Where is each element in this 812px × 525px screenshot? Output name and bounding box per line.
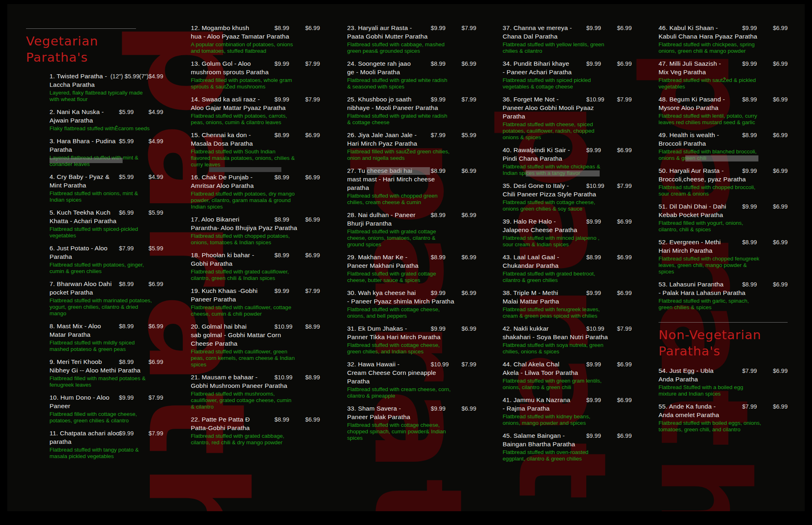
menu-item: 16. Chak De Punjab -Amritsar Aloo Parath… [191,173,320,210]
item-price-small: $7.99 [617,325,632,332]
menu-item: 41. Jammu Ka Nazrana- Rajma Paratha $9.9… [503,396,632,426]
item-name: 19. Kuch Khaas -GobhiPaneer Paratha [191,286,320,303]
menu-item: 22. Patte Pe Patta ÐPatta-Gobhi Paratha … [191,415,320,446]
item-name-line1: 42. Nakli kukkar [503,324,632,333]
item-name: 10. Hum Dono - AlooPaneer [50,393,163,410]
item-description: Flatbread stuffed with grated white radi… [347,77,451,90]
item-price-small: $6.99 [462,212,476,218]
item-name-line2: Mint Paratha [50,181,163,189]
item-description: A popular combination of potatoes, onion… [191,41,295,54]
item-name-line1: 12. Mogambo khush [191,24,320,32]
item-name-line1: 45. Salame Baingan - [503,431,632,440]
item-price-large: $9.99 [586,290,601,296]
item-name-line1: 40. Rawalpindi Ki Sair - [503,146,632,154]
menu-item: 47. Milli Juli Saazish -Mix Veg Paratha … [659,59,788,90]
item-name-line3: Paratha [347,377,476,385]
item-description: Flatbread filled with mashed potatoes & … [50,375,153,388]
item-name-line1: 35. Desi Gone to Italy - [503,181,632,190]
menu-item: 32. Hawa Hawaii -Cream Cheese Corn pinea… [347,360,476,399]
scan-artifact-bar [209,167,281,172]
item-price-large: $8.99 [119,359,134,365]
item-name-line1: 55. Ande Ka funda - [659,402,788,411]
item-price-large: $10.99 [431,361,449,368]
item-name-line2: Paneer Paratha [191,295,320,303]
item-name-line2: Parantha- Aloo Bhujiya Pyaz Paratha [191,224,320,232]
item-price-large: $9.99 [586,218,601,225]
item-description: Flatbread stuffed with grated cottage ch… [347,271,451,284]
item-price-small: $4.99 [149,138,163,144]
item-name: 31. Ek Dum Jhakas -Panner Tikka Hari Mir… [347,324,476,341]
veg-section-title-line1: Vegetarian [26,34,98,48]
menu-item: 51. Dil Dahi Dhai - DahiKebab Pocket Par… [659,202,788,233]
item-price-large: $8.99 [119,281,134,287]
item-description: Flatbread stuffed with chopped potatoes,… [191,233,295,246]
item-price-small: $7.99 [617,183,632,189]
item-price-small: $6.99 [617,361,632,368]
item-name: 43. Laal Laal Gaal -Chukandar Paratha [503,253,632,270]
item-name-line2: Kebab Pocket Paratha [659,211,788,219]
menu-item: 38. Triple M - MethiMalai Mattar Partha … [503,288,632,319]
item-description: Flatbread stuffed with cottage cheese, o… [503,199,607,212]
item-name-line2: Gobhi Paratha [191,259,320,268]
menu-item: 49. Health is wealth -Broccoli Paratha $… [659,131,788,161]
menu-item: 18. Phoolan ki bahar -Gobhi Paratha $8.9… [191,251,320,282]
item-description: Flatbread stuffed with chickpeas, spring… [659,41,762,54]
item-price-large: $8.99 [431,212,445,218]
item-name: 55. Ande Ka funda -Anda omelet Paratha [659,402,788,419]
item-price-small: $6.99 [617,290,632,296]
item-price-large: $9.99 [742,60,757,67]
menu-item: 2. Nani Ka Nuska -Ajwain Paratha $5.99 $… [50,108,163,132]
nonveg-section-title-line1: Non-Vegetarian [659,327,761,342]
item-name-line1: 46. Kabul Ki Shaan - [659,24,788,32]
item-name-line1: 19. Kuch Khaas -Gobhi [191,286,320,295]
item-name: 39. Halo Re Halo -Jalapeno Cheese Parath… [503,217,632,234]
item-name: 47. Milli Juli Saazish -Mix Veg Paratha [659,59,788,76]
item-description: Flatbread stuffed with grated beetroot, … [503,271,607,284]
item-name: 44. Chal Akela ChalAkela - Lilwa Toor Pa… [503,360,632,377]
menu-item: 27. Tu cheese badi haimast mast - Hari M… [347,166,476,206]
nonveg-section-title: Non-Vegetarian Paratha's [659,327,788,359]
menu-item: 19. Kuch Khaas -GobhiPaneer Paratha $9.9… [191,286,320,317]
item-price-small: $6.99 [305,416,320,423]
menu-column-2: 12. Mogambo khushhua - Aloo Pyaaz Tamata… [191,24,320,451]
item-price-large: $9.99 [742,25,757,31]
item-name: 6. Just Potato - AlooParatha [50,244,163,261]
item-price-large: $10.99 [274,374,292,381]
item-name-line1: 22. Patte Pe Patta Ð [191,415,320,424]
item-description: Flatbread stuffed with grated cottage ch… [347,228,451,248]
item-price-large: $9.99 [119,430,134,437]
item-description: Flatbread stuffed with marinated potatoe… [50,297,153,317]
item-price-large: $7.99 [431,132,445,138]
item-price-large: $9.99 [742,168,757,174]
menu-item: 29. Makhan Mar Ke -Paneer Makhani Parath… [347,253,476,284]
menu-column-1: Vegetarian Paratha's 1. Twisted Paratha … [19,28,157,465]
item-price-small: $6.99 [462,290,476,296]
item-name-line2: - Rajma Paratha [503,404,632,413]
item-name: 13. Golum Gol - Aloomushroom sprouts Par… [191,59,320,76]
item-name: 37. Channa ve mereya -Chana Dal Paratha [503,24,632,41]
item-name-line3: paratha [347,183,476,192]
nonveg-section-header: Non-Vegetarian Paratha's [659,322,788,359]
item-price-small: $5.99 [462,132,476,138]
item-name-line2: Patta-Gobhi Paratha [191,424,320,432]
item-description: Flatbread stuffed with cottage cheese, c… [347,422,451,441]
item-price-small: $6.99 [617,60,632,67]
item-price-small: $6.99 [617,25,632,31]
menu-item: 3. Hara Bhara - PudinaParatha $5.99 $4.9… [50,137,163,168]
item-price-small: $6.99 [305,25,320,31]
item-description: Flatbread stuffed with grated white radi… [347,113,451,126]
item-name-line1: 52. Evergreen - Methi [659,238,788,246]
item-description: Flatbread filled with yogurt, onions, ci… [659,220,762,233]
menu-item: 17. Aloo BikaneriParantha- Aloo Bhujiya … [191,215,320,246]
menu-item: 11. Chatpata achari alooparatha $9.99 $7… [50,429,163,460]
item-name: 7. Bharwan Aloo Dahipocket Paratha [50,280,163,297]
item-name-line2: Masala Dosa Paratha [191,139,320,148]
item-name-line2: hua - Aloo Pyaaz Tamatar Paratha [191,32,320,41]
nonveg-items-col5: 54. Just Egg - UblaAnda Paratha $7.99 $6… [659,366,788,433]
menu-item: 7. Bharwan Aloo Dahipocket Paratha $8.99… [50,280,163,317]
item-name-line1: 9. Meri Teri Khoob [50,357,163,366]
item-price-small: $6.99 [773,60,788,67]
item-description: Flatbread stuffed with minced jalapeno ,… [503,235,607,248]
item-name-line2: Hari Mirch Pyaz Paratha [347,139,476,148]
menu-item: 28. Nai dulhan - PaneerBhurji Parantha $… [347,211,476,248]
